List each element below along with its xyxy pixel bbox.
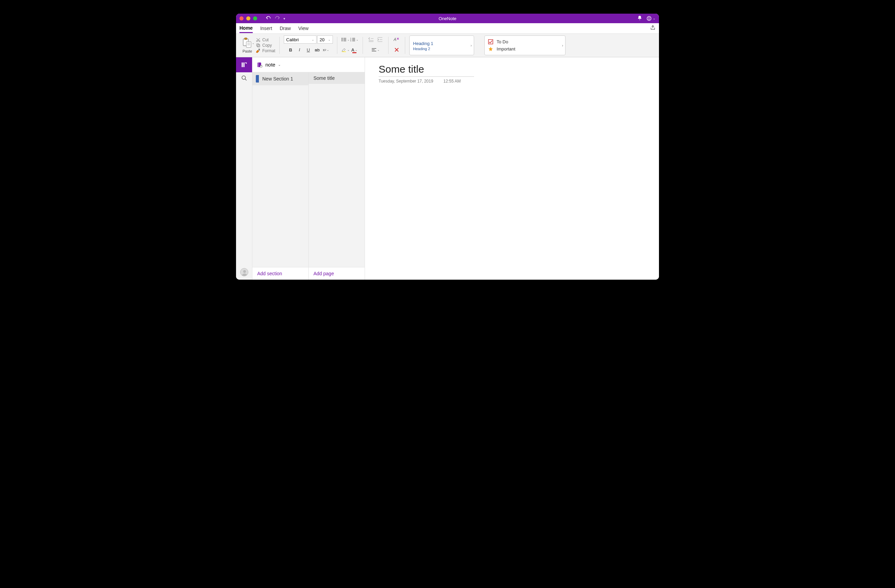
underline-button[interactable]: U [304, 46, 312, 54]
section-color-icon [256, 75, 259, 83]
tag-todo[interactable]: To Do [488, 38, 562, 45]
section-item[interactable]: New Section 1 [252, 72, 308, 85]
tab-view[interactable]: View [299, 24, 309, 32]
svg-rect-4 [244, 38, 247, 39]
styles-group: Heading 1 Heading 2 › [407, 35, 476, 55]
format-painter-button[interactable]: Format [256, 48, 275, 53]
font-size-select[interactable]: 20⌄ [317, 35, 333, 44]
style-heading2[interactable]: Heading 2 [413, 47, 470, 51]
body: note ⌄ New Section 1 Add section Some ti… [236, 57, 659, 280]
svg-rect-11 [258, 45, 260, 47]
chevron-right-icon: › [562, 44, 563, 47]
tab-insert[interactable]: Insert [260, 24, 272, 32]
tab-draw[interactable]: Draw [280, 24, 291, 32]
font-name-select[interactable]: Calibri⌄ [284, 35, 317, 44]
sections-column: New Section 1 Add section [252, 72, 309, 280]
bullets-button[interactable]: ⌄ [341, 35, 350, 44]
svg-rect-42 [258, 62, 259, 67]
svg-rect-5 [246, 42, 251, 47]
chevron-down-icon: ⌄ [278, 63, 281, 67]
page-title-input[interactable]: Some title [379, 64, 474, 77]
svg-rect-26 [342, 52, 346, 52]
indent-button[interactable] [376, 35, 384, 44]
notebook-icon [256, 62, 262, 68]
app-title: OneNote [236, 16, 659, 21]
svg-point-40 [243, 270, 246, 273]
tags-group: To Do Important › [482, 35, 567, 55]
highlight-button[interactable]: ⌄ [341, 46, 350, 54]
tag-important[interactable]: Important [488, 45, 562, 53]
align-button[interactable]: ⌄ [372, 46, 380, 54]
svg-point-16 [341, 39, 343, 40]
ribbon: ⌄ Paste Cut Copy Format [236, 33, 659, 57]
notifications-button[interactable] [637, 15, 642, 22]
chevron-right-icon: › [471, 44, 472, 47]
left-rail [236, 57, 252, 280]
svg-rect-37 [488, 39, 493, 44]
outdent-button[interactable] [367, 35, 375, 44]
bold-button[interactable]: B [287, 46, 295, 54]
page-time: 12:55 AM [443, 79, 461, 83]
notebook-name: note [265, 62, 275, 68]
svg-point-43 [260, 65, 262, 68]
svg-line-39 [245, 79, 247, 80]
page-canvas[interactable]: Some title Tuesday, September 17, 2019 1… [365, 57, 659, 280]
numbering-button[interactable]: 123⌄ [350, 35, 358, 44]
undo-button[interactable] [266, 15, 271, 21]
tags-gallery[interactable]: To Do Important › [484, 35, 566, 55]
clipboard-group: ⌄ Paste Cut Copy Format [239, 35, 277, 55]
svg-point-9 [256, 41, 258, 42]
feedback-button[interactable]: ⌄ [646, 16, 655, 21]
svg-rect-12 [256, 44, 259, 46]
styles-gallery[interactable]: Heading 1 Heading 2 › [409, 35, 474, 55]
zoom-window-button[interactable] [253, 17, 257, 20]
pages-column: Some title Add page [309, 72, 365, 280]
delete-button[interactable] [393, 46, 401, 54]
svg-point-1 [648, 18, 648, 18]
svg-point-18 [341, 40, 343, 41]
page-item[interactable]: Some title [309, 72, 365, 84]
style-heading1[interactable]: Heading 1 [413, 40, 470, 47]
add-page-button[interactable]: Add page [309, 267, 365, 280]
notebook-selector[interactable]: note ⌄ [252, 57, 365, 72]
svg-point-38 [242, 76, 246, 79]
page-meta: Tuesday, September 17, 2019 12:55 AM [379, 79, 645, 83]
strikethrough-button[interactable]: ab [313, 46, 321, 54]
paragraph-group: ⌄ 123⌄ ⌄ A⌄ [339, 35, 361, 55]
paste-button[interactable]: ⌄ Paste [241, 38, 254, 53]
show-navigation-button[interactable] [236, 57, 252, 72]
account-avatar[interactable] [240, 268, 248, 276]
search-button[interactable] [241, 75, 247, 83]
font-color-button[interactable]: A⌄ [350, 46, 358, 54]
clear-formatting-button[interactable]: A [393, 35, 401, 44]
svg-point-2 [649, 18, 650, 18]
page-date: Tuesday, September 17, 2019 [379, 79, 433, 83]
minimize-window-button[interactable] [246, 17, 250, 20]
clear-group: A [391, 35, 403, 55]
redo-button[interactable] [275, 15, 280, 21]
paste-label: Paste [243, 49, 252, 53]
share-button[interactable] [650, 25, 655, 32]
svg-text:3: 3 [350, 40, 351, 42]
tab-home[interactable]: Home [240, 24, 253, 33]
subscript-button[interactable]: x2⌄ [322, 46, 330, 54]
section-name: New Section 1 [262, 76, 293, 82]
cut-button[interactable]: Cut [256, 38, 275, 42]
titlebar: ▾ OneNote ⌄ [236, 14, 659, 23]
svg-text:A: A [394, 37, 396, 42]
italic-button[interactable]: I [295, 46, 303, 54]
indent-group: ⌄ [365, 35, 386, 55]
quick-access-toolbar: ▾ [266, 15, 285, 21]
copy-button[interactable]: Copy [256, 43, 275, 48]
navigation-pane: note ⌄ New Section 1 Add section Some ti… [252, 57, 365, 280]
window-controls [240, 17, 257, 20]
svg-rect-13 [259, 49, 260, 50]
qat-customize-button[interactable]: ▾ [284, 17, 285, 20]
font-group: Calibri⌄ 20⌄ B I U ab x2⌄ [282, 35, 335, 55]
svg-point-10 [259, 41, 260, 42]
svg-point-0 [647, 17, 651, 20]
ribbon-tabs: Home Insert Draw View [236, 23, 659, 33]
app-window: ▾ OneNote ⌄ Home Insert Draw View [236, 14, 659, 280]
close-window-button[interactable] [240, 17, 244, 20]
add-section-button[interactable]: Add section [252, 267, 308, 280]
